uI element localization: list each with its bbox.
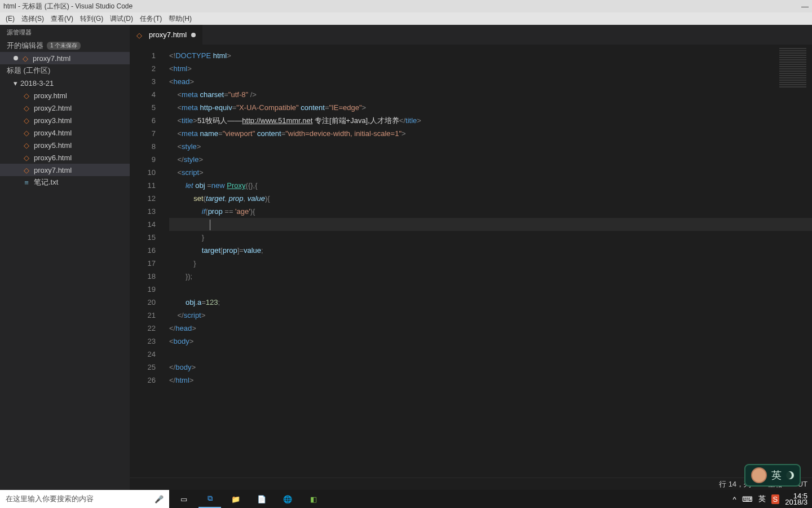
file-item-0[interactable]: ◇proxy.html [0, 89, 130, 102]
menu-item-2[interactable]: 查看(V) [47, 14, 77, 24]
code-editor[interactable]: 1234567891011121314151617181920212223242… [130, 45, 812, 478]
window-titlebar: html - 无标题 (工作区) - Visual Studio Code — [0, 0, 812, 12]
dirty-indicator-icon [191, 33, 196, 37]
vscode-taskbar-icon[interactable]: ⧉ [198, 490, 221, 508]
menu-item-0[interactable]: (E) [2, 15, 18, 23]
tray-sogou-icon[interactable]: S [771, 494, 780, 504]
status-bar: 行 14，列 21 空格: 4 UT [130, 478, 812, 490]
chevron-down-icon: ▾ [14, 79, 19, 87]
file-item-3[interactable]: ◇proxy4.html [0, 126, 130, 139]
tab-proxy7[interactable]: ◇ proxy7.html [130, 25, 203, 45]
minimize-button[interactable]: — [801, 2, 809, 11]
menu-bar: (E) 选择(S) 查看(V) 转到(G) 调试(D) 任务(T) 帮助(H) [0, 12, 812, 25]
workspace-label: 标题 (工作区) [7, 65, 50, 76]
window-controls: — [801, 2, 809, 11]
tray-ime[interactable]: 英 [758, 494, 766, 504]
html-file-icon: ◇ [23, 91, 30, 99]
editor-area: ◇ proxy7.html 12345678910111213141516171… [130, 25, 812, 490]
notepad-taskbar-icon[interactable]: 📄 [250, 490, 273, 508]
file-item-6[interactable]: ◇proxy7.html [0, 164, 130, 176]
task-icons: ▭ ⧉ 📁 📄 🌐 ◧ [169, 490, 328, 508]
workspace-header[interactable]: 标题 (工作区) [0, 64, 130, 77]
menu-item-4[interactable]: 调试(D) [107, 14, 136, 24]
file-item-5[interactable]: ◇proxy6.html [0, 151, 130, 164]
menu-item-5[interactable]: 任务(T) [136, 14, 165, 24]
html-file-icon: ◇ [23, 166, 30, 174]
open-editor-item[interactable]: ◇ proxy7.html [0, 52, 130, 64]
task-view-icon[interactable]: ▭ [173, 490, 195, 508]
html-file-icon: ◇ [21, 54, 29, 62]
app-taskbar-icon[interactable]: ◧ [302, 490, 325, 508]
file-item-4[interactable]: ◇proxy5.html [0, 139, 130, 151]
chrome-taskbar-icon[interactable]: 🌐 [276, 490, 299, 508]
sidebar-explorer: 源管理器 开的编辑器 1 个未保存 ◇ proxy7.html 标题 (工作区)… [0, 25, 130, 490]
tray-clock[interactable]: 14:52018/3 [785, 493, 807, 505]
file-item-7[interactable]: ≡笔记.txt [0, 176, 130, 189]
unsaved-dot-icon [14, 56, 18, 60]
html-file-icon: ◇ [23, 129, 30, 137]
windows-taskbar: 在这里输入你要搜索的内容 🎤 ▭ ⧉ 📁 📄 🌐 ◧ ^ ⌨ 英 S 14:52… [0, 490, 812, 508]
txt-file-icon: ≡ [23, 178, 30, 186]
tray-keyboard-icon[interactable]: ⌨ [742, 495, 753, 503]
microphone-icon[interactable]: 🎤 [155, 495, 164, 503]
html-file-icon: ◇ [23, 116, 30, 124]
html-file-icon: ◇ [23, 154, 30, 161]
unsaved-badge: 1 个未保存 [47, 42, 81, 50]
code-content[interactable]: <!DOCTYPE html><html><head> <meta charse… [164, 45, 812, 478]
file-item-1[interactable]: ◇proxy2.html [0, 102, 130, 114]
menu-item-1[interactable]: 选择(S) [18, 14, 47, 24]
html-file-icon: ◇ [23, 141, 30, 149]
window-title: html - 无标题 (工作区) - Visual Studio Code [3, 2, 133, 11]
menu-item-3[interactable]: 转到(G) [77, 14, 107, 24]
status-spaces[interactable]: 空格: 4 [768, 479, 791, 489]
tray-chevron-icon[interactable]: ^ [732, 495, 736, 503]
editor-tabs: ◇ proxy7.html [130, 25, 812, 45]
folder-name: 2018-3-21 [20, 79, 54, 87]
sidebar-title: 源管理器 [0, 25, 130, 40]
line-gutter: 1234567891011121314151617181920212223242… [130, 45, 164, 478]
explorer-taskbar-icon[interactable]: 📁 [224, 490, 247, 508]
html-file-icon: ◇ [23, 104, 30, 112]
tab-label: proxy7.html [149, 30, 187, 39]
search-placeholder: 在这里输入你要搜索的内容 [6, 494, 94, 504]
folder-item[interactable]: ▾ 2018-3-21 [0, 77, 130, 89]
status-encoding[interactable]: UT [798, 480, 807, 488]
menu-item-6[interactable]: 帮助(H) [165, 14, 195, 24]
open-editors-header[interactable]: 开的编辑器 1 个未保存 [0, 40, 130, 52]
taskbar-search[interactable]: 在这里输入你要搜索的内容 🎤 [0, 490, 169, 508]
main-area: 源管理器 开的编辑器 1 个未保存 ◇ proxy7.html 标题 (工作区)… [0, 25, 812, 490]
open-editor-filename: proxy7.html [33, 54, 70, 63]
status-ln-col[interactable]: 行 14，列 21 [719, 479, 761, 489]
file-item-2[interactable]: ◇proxy3.html [0, 114, 130, 126]
open-editors-label: 开的编辑器 [7, 41, 43, 51]
html-file-icon: ◇ [136, 31, 144, 39]
system-tray: ^ ⌨ 英 S 14:52018/3 [728, 493, 812, 505]
